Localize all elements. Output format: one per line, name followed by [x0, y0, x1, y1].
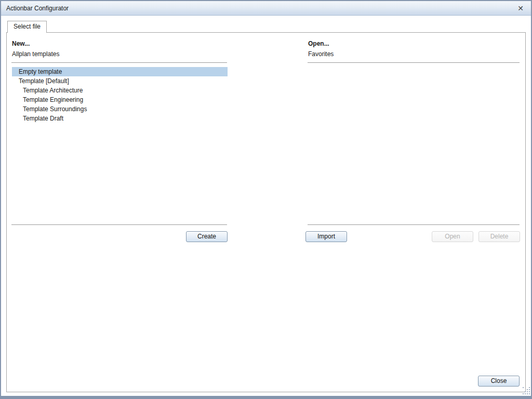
template-list: Empty template Template [Default] Templa… — [12, 67, 228, 123]
import-button[interactable]: Import — [305, 231, 347, 242]
window-title: Actionbar Configurator — [6, 5, 69, 12]
list-item[interactable]: Template Draft — [12, 114, 228, 123]
new-buttons-divider — [11, 224, 227, 225]
close-icon[interactable]: ✕ — [515, 4, 526, 13]
open-section-subheading: Favorites — [308, 50, 334, 58]
list-item[interactable]: Template Architecture — [12, 86, 228, 95]
title-bar: Actionbar Configurator ✕ — [1, 1, 531, 16]
resize-grip[interactable] — [523, 387, 530, 394]
list-item[interactable]: Empty template — [12, 67, 228, 76]
delete-button[interactable]: Delete — [478, 231, 520, 242]
tab-select-file[interactable]: Select file — [7, 21, 47, 33]
client-area: Select file New... Allplan templates Emp… — [1, 16, 531, 395]
new-section-divider — [11, 62, 227, 63]
list-item[interactable]: Template Engineering — [12, 95, 228, 104]
open-section-heading: Open... — [308, 40, 329, 47]
open-section-divider — [308, 62, 520, 63]
create-button[interactable]: Create — [186, 231, 228, 242]
new-section-subheading: Allplan templates — [12, 50, 59, 58]
open-buttons-divider — [308, 224, 520, 225]
dialog-window: Actionbar Configurator ✕ Select file New… — [0, 0, 532, 399]
new-section-heading: New... — [12, 40, 30, 47]
open-button[interactable]: Open — [432, 231, 473, 242]
list-item[interactable]: Template Surroundings — [12, 104, 228, 114]
tab-content-panel: New... Allplan templates Empty template … — [6, 32, 526, 392]
close-button[interactable]: Close — [478, 376, 520, 387]
list-item[interactable]: Template [Default] — [12, 76, 228, 86]
